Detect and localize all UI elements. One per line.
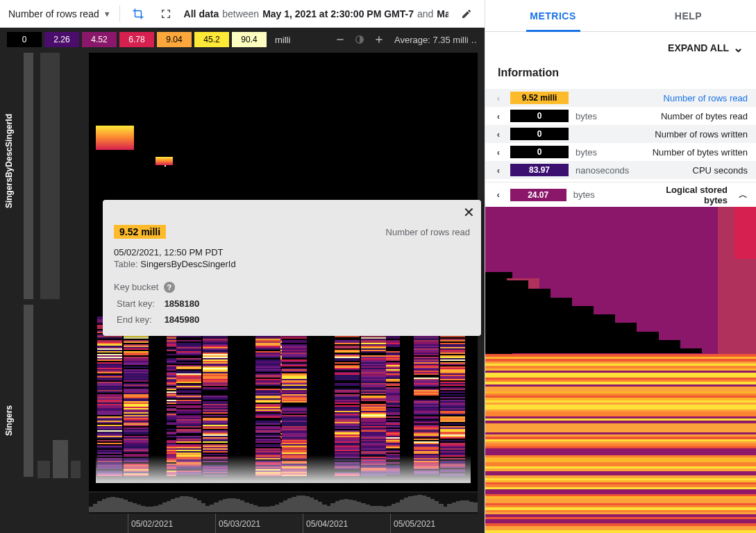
tooltip-startkey-label: Start key:: [117, 298, 162, 309]
range-prefix: All data: [184, 8, 219, 19]
timeline-axis: 05/02/202105/03/202105/04/202105/05/2021: [89, 514, 478, 533]
range-end: May 5, 2: [437, 8, 448, 19]
timeline-tick: 05/03/2021: [215, 514, 216, 533]
metric-value-box: 24.07: [510, 189, 566, 201]
metric-collapse-icon[interactable]: ‹: [494, 189, 503, 200]
close-icon[interactable]: ✕: [460, 204, 477, 221]
metric-dropdown[interactable]: Number of rows read ▼: [8, 8, 111, 19]
metric-name[interactable]: Number of rows read: [664, 93, 748, 103]
edit-icon[interactable]: [457, 4, 476, 24]
metric-value-box: 0: [510, 146, 569, 158]
legend-swatch: 4.52: [82, 32, 117, 47]
zoom-in-icon[interactable]: [371, 31, 387, 48]
range-mid1: between: [222, 8, 259, 19]
metric-name: Logical stored bytes: [643, 185, 728, 205]
metric-row: ‹0bytesNumber of bytes written: [485, 143, 756, 161]
tooltip-timestamp: 05/02/2021, 12:50 PM PDT: [114, 247, 470, 257]
legend-unit: milli: [275, 35, 290, 45]
expand-all-button[interactable]: EXPAND ALL ⌄: [485, 32, 756, 60]
tooltip-endkey-label: End key:: [117, 314, 162, 325]
tooltip-metric: Number of rows read: [386, 227, 470, 237]
legend-swatch: 90.4: [232, 32, 267, 47]
divider: [119, 6, 120, 22]
color-legend: 02.264.526.789.0445.290.4 milli Average:…: [0, 28, 485, 51]
zoom-out-icon[interactable]: [332, 31, 348, 48]
legend-swatch: 2.26: [44, 32, 79, 47]
metric-value-box: 83.97: [510, 164, 569, 176]
legend-swatch: 9.04: [157, 32, 192, 47]
metric-name: Number of rows written: [655, 129, 748, 139]
metric-unit: bytes: [576, 111, 638, 121]
legend-swatch: 6.78: [119, 32, 154, 47]
tooltip-value-pill: 9.52 milli: [114, 225, 166, 239]
metric-value-box: 0: [510, 128, 569, 140]
expand-all-label: EXPAND ALL: [668, 42, 729, 53]
metric-value-box: 9.52 milli: [510, 92, 569, 104]
timeline-sparkline: [89, 493, 478, 514]
section-title-information: Information: [485, 60, 756, 89]
chevron-down-icon: ▼: [103, 10, 111, 18]
y-axis-table-top: SingersByDescSingerId: [4, 114, 14, 208]
tooltip-keybucket-label: Key bucket: [114, 282, 158, 292]
time-range-display: All data between May 1, 2021 at 2:30:00 …: [184, 8, 448, 19]
overview-timeline[interactable]: 05/02/202105/03/202105/04/202105/05/2021: [89, 493, 478, 533]
auto-contrast-icon[interactable]: [351, 31, 368, 48]
tab-metrics[interactable]: METRICS: [485, 0, 621, 31]
metric-name: CPU seconds: [693, 165, 748, 176]
metric-row: ‹83.97nanosecondsCPU seconds: [485, 161, 756, 179]
crop-icon[interactable]: [128, 4, 148, 24]
metric-name: Number of bytes read: [661, 111, 748, 121]
metric-unit: bytes: [573, 189, 636, 200]
legend-swatches: 02.264.526.789.0445.290.4: [7, 32, 267, 47]
metric-collapse-icon[interactable]: ‹: [494, 129, 503, 139]
tooltip-startkey: 1858180: [165, 298, 200, 309]
fullscreen-icon[interactable]: [156, 4, 176, 24]
tooltip-endkey: 1845980: [165, 314, 200, 325]
metric-collapse-icon[interactable]: ‹: [494, 93, 503, 103]
chevron-up-icon[interactable]: ︿: [739, 189, 748, 201]
range-start: May 1, 2021 at 2:30:00 PM GMT-7: [262, 8, 414, 19]
row-density-gutter: [19, 51, 89, 533]
metric-row-storage: ‹ 24.07 bytes Logical stored bytes ︿: [485, 182, 756, 204]
storage-thumbnail-heatmap[interactable]: [485, 207, 756, 533]
tooltip-table-prefix: Table:: [114, 259, 138, 269]
metric-value-box: 0: [510, 110, 569, 122]
legend-swatch: 45.2: [194, 32, 229, 47]
metric-collapse-icon[interactable]: ‹: [494, 165, 503, 176]
timeline-tick: 05/04/2021: [303, 514, 303, 533]
legend-average: Average: 7.35 milli …: [394, 35, 478, 45]
tooltip-table-name: SingersByDescSingerId: [140, 259, 235, 269]
legend-swatch: 0: [7, 32, 42, 47]
timeline-tick: 05/02/2021: [128, 514, 128, 533]
metric-name: Number of bytes written: [653, 147, 748, 158]
metric-row: ‹9.52 milliNumber of rows read: [485, 89, 756, 107]
help-icon[interactable]: ?: [164, 282, 175, 293]
metric-unit: bytes: [576, 147, 638, 158]
metric-row: ‹0Number of rows written: [485, 125, 756, 143]
metric-dropdown-label: Number of rows read: [8, 8, 99, 19]
y-axis-table-bottom: Singers: [4, 405, 14, 436]
timeline-tick: 05/05/2021: [390, 514, 391, 533]
tab-help[interactable]: HELP: [621, 0, 756, 31]
range-mid2: and: [417, 8, 433, 19]
metric-collapse-icon[interactable]: ‹: [494, 111, 503, 121]
cell-tooltip: ✕ 9.52 milli Number of rows read 05/02/2…: [103, 200, 481, 336]
metric-unit: nanoseconds: [576, 165, 638, 176]
metric-row: ‹0bytesNumber of bytes read: [485, 107, 756, 125]
metric-collapse-icon[interactable]: ‹: [494, 147, 503, 158]
chevron-down-icon: ⌄: [733, 40, 744, 56]
